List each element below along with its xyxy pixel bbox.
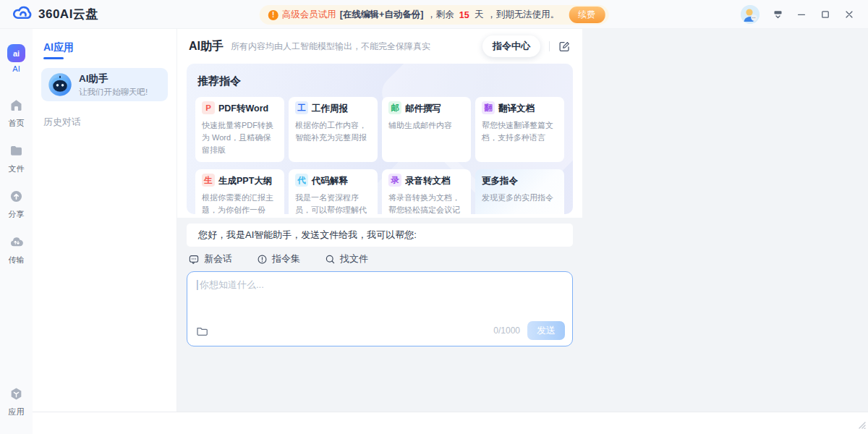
nav-rail: ai AI 首页 文件 分享 传输 [0,29,33,434]
history-section-label: 历史对话 [43,116,176,129]
renew-button[interactable]: 续费 [569,7,605,23]
chat-panel: AI助手 所有内容均由人工智能模型输出，不能完全保障真实 指令中心 推荐指令 P… [177,29,582,218]
mini-mode-icon[interactable] [772,9,783,20]
topbar: 360AI云盘 ! 高级会员试用 [在线编辑+自动备份] ，剩余 15 天 ，到… [0,0,868,29]
code-badge-icon: 代 [295,174,308,187]
new-chat-button[interactable]: 新会话 [188,252,232,265]
pdf-badge-icon: P [202,101,215,114]
maximize-icon[interactable] [820,9,831,20]
send-button[interactable]: 发送 [527,321,565,340]
work-badge-icon: 工 [295,101,308,114]
nav-item-home[interactable]: 首页 [9,98,25,129]
tab-active-underline [43,57,64,59]
card-audio-to-doc[interactable]: 录录音转文档 将录音转换为文档，帮您轻松搞定会议记录 [382,169,471,214]
assistant-greeting-message: 您好，我是AI智能助手，发送文件给我，我可以帮您: [187,224,573,247]
apps-icon [9,386,24,404]
notice-days-unit: 天 [475,9,484,21]
ai-sidebar: AI应用 AI助手 让我们开始聊天吧! [33,29,177,412]
status-bar [33,412,868,434]
robot-avatar-icon [48,72,72,97]
command-set-button[interactable]: 指令集 [257,252,300,265]
recommended-commands-section: 推荐指令 PPDF转Word 快速批量将PDF转换为 Word，且精确保留排版 … [187,64,573,214]
mail-badge-icon: 邮 [388,101,401,114]
folder-icon [9,143,24,161]
char-counter: 0/1000 [493,326,520,336]
command-cards-grid: PPDF转Word 快速批量将PDF转换为 Word，且精确保留排版 工工作周报… [195,97,564,214]
ai-disclaimer: 所有内容均由人工智能模型输出，不能完全保障真实 [231,41,430,53]
card-email-writing[interactable]: 邮邮件撰写 辅助生成邮件内容 [382,97,471,162]
notice-highlight: 高级会员试用 [282,9,336,21]
assistant-card-title: AI助手 [79,72,148,85]
app-window: 360AI云盘 ! 高级会员试用 [在线编辑+自动备份] ，剩余 15 天 ，到… [0,0,868,434]
command-set-icon [257,254,268,265]
attach-file-icon[interactable] [196,326,208,336]
close-icon[interactable] [843,9,855,20]
chat-input-box: | 0/1000 发送 [187,271,573,346]
compose-icon[interactable] [558,41,571,53]
notice-days-remaining: 15 [458,10,471,20]
nav-item-transfer[interactable]: 传输 [9,234,25,265]
minimize-icon[interactable] [796,9,807,20]
page-title: AI助手 [189,39,224,54]
card-translate-doc[interactable]: 翻翻译文档 帮您快速翻译整篇文档，支持多种语言 [475,97,564,162]
search-icon [325,254,336,265]
transfer-icon [9,234,25,252]
resize-grip[interactable] [856,419,866,432]
topbar-right [741,5,868,24]
warning-icon: ! [268,10,278,20]
nav-item-files[interactable]: 文件 [9,143,25,174]
cloud-logo-icon [12,4,33,24]
nav-item-ai[interactable]: ai AI [7,44,25,73]
card-code-explain[interactable]: 代代码解释 我是一名资深程序员，可以帮你理解代码 [289,169,378,214]
chat-bubble-icon [188,254,200,265]
home-icon [9,98,24,116]
card-weekly-report[interactable]: 工工作周报 根据你的工作内容，智能补充为完整周报 [289,97,378,162]
notice-feature: [在线编辑+自动备份] [340,9,424,21]
card-ppt-outline[interactable]: 生生成PPT大纲 根据你需要的汇报主题，为你创作一份PP... [195,169,284,214]
ai-badge-icon: ai [7,44,25,62]
user-avatar[interactable] [741,5,760,24]
ai-assistant-entry[interactable]: AI助手 让我们开始聊天吧! [41,68,168,101]
app-logo: 360AI云盘 [0,4,98,24]
tab-ai-apps[interactable]: AI应用 [43,41,74,54]
card-more-commands[interactable]: 更多指令 发现更多的实用指令 [475,169,564,214]
find-file-button[interactable]: 找文件 [325,252,368,265]
assistant-card-subtitle: 让我们开始聊天吧! [79,87,148,98]
record-badge-icon: 录 [388,174,401,187]
command-center-button[interactable]: 指令中心 [482,35,540,57]
text-caret: | [196,278,199,290]
nav-item-share[interactable]: 分享 [9,189,25,220]
recommend-title: 推荐指令 [197,75,564,88]
notice-mid: ，剩余 [427,9,454,21]
notice-tail: ，到期无法使用。 [487,9,559,21]
header-divider [549,41,550,51]
translate-badge-icon: 翻 [482,101,495,114]
generate-badge-icon: 生 [202,174,215,187]
nav-item-apps[interactable]: 应用 [9,386,25,417]
card-pdf-to-word[interactable]: PPDF转Word 快速批量将PDF转换为 Word，且精确保留排版 [195,97,284,162]
chat-input-field[interactable] [200,278,565,320]
membership-notice-banner: ! 高级会员试用 [在线编辑+自动备份] ，剩余 15 天 ，到期无法使用。 续… [260,5,609,25]
chat-panel-header: AI助手 所有内容均由人工智能模型输出，不能完全保障真实 指令中心 [177,29,582,64]
chat-toolbar: 新会话 指令集 找文件 [188,252,368,265]
share-icon [9,189,24,207]
app-title: 360AI云盘 [38,6,98,22]
